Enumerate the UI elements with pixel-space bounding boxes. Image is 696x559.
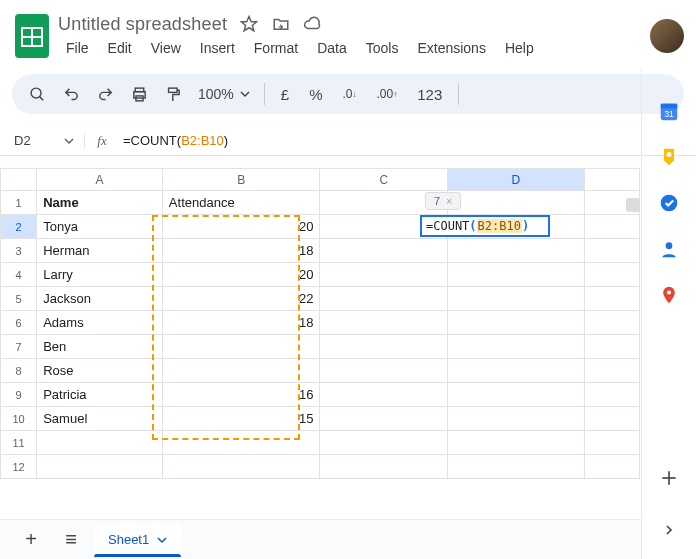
contacts-icon[interactable] — [658, 238, 680, 260]
cell[interactable]: Rose — [37, 359, 163, 383]
cell[interactable] — [584, 359, 639, 383]
formula-result-hint[interactable]: 7 × — [425, 192, 461, 210]
row-header[interactable]: 3 — [1, 239, 37, 263]
cell[interactable]: Jackson — [37, 287, 163, 311]
col-header-D[interactable]: D — [448, 169, 584, 191]
cell[interactable]: Adams — [37, 311, 163, 335]
menu-extensions[interactable]: Extensions — [409, 37, 493, 59]
zoom-select[interactable]: 100% — [192, 86, 256, 102]
col-header-E[interactable] — [584, 169, 639, 191]
sheets-logo[interactable] — [12, 16, 52, 56]
cell[interactable]: Name — [37, 191, 163, 215]
formula-input[interactable]: =COUNT(B2:B10) — [119, 133, 696, 148]
cell[interactable] — [320, 335, 448, 359]
cell[interactable] — [584, 455, 639, 479]
cell[interactable]: Tonya — [37, 215, 163, 239]
cell[interactable]: 15 — [162, 407, 320, 431]
cell[interactable] — [320, 359, 448, 383]
cell[interactable] — [320, 287, 448, 311]
cell[interactable] — [448, 455, 584, 479]
cell[interactable]: Herman — [37, 239, 163, 263]
maps-icon[interactable] — [658, 284, 680, 306]
row-header[interactable]: 9 — [1, 383, 37, 407]
cell[interactable]: 16 — [162, 383, 320, 407]
menu-help[interactable]: Help — [497, 37, 542, 59]
name-box[interactable]: D2 — [0, 133, 85, 148]
cell[interactable]: Patricia — [37, 383, 163, 407]
cell[interactable] — [320, 263, 448, 287]
move-folder-icon[interactable] — [271, 14, 291, 34]
cell[interactable]: Samuel — [37, 407, 163, 431]
cell[interactable] — [584, 431, 639, 455]
decrease-decimal-button[interactable]: .0↓ — [335, 80, 365, 108]
cell[interactable] — [584, 215, 639, 239]
row-header[interactable]: 12 — [1, 455, 37, 479]
star-icon[interactable] — [239, 14, 259, 34]
cell[interactable] — [162, 455, 320, 479]
redo-icon[interactable] — [90, 80, 120, 108]
cell[interactable] — [320, 407, 448, 431]
hint-close-icon[interactable]: × — [446, 196, 452, 207]
search-menu-icon[interactable] — [22, 80, 52, 108]
select-all-corner[interactable] — [1, 169, 37, 191]
cloud-status-icon[interactable] — [303, 14, 323, 34]
collapse-panel-icon[interactable] — [658, 519, 680, 541]
menu-insert[interactable]: Insert — [192, 37, 243, 59]
cell[interactable] — [320, 383, 448, 407]
row-header[interactable]: 2 — [1, 215, 37, 239]
cell[interactable] — [448, 287, 584, 311]
col-header-C[interactable]: C — [320, 169, 448, 191]
all-sheets-button[interactable]: ≡ — [54, 525, 88, 555]
cell[interactable]: Attendance — [162, 191, 320, 215]
cell[interactable]: 18 — [162, 239, 320, 263]
menu-edit[interactable]: Edit — [100, 37, 140, 59]
add-sheet-button[interactable]: + — [14, 525, 48, 555]
row-header[interactable]: 5 — [1, 287, 37, 311]
percent-format-button[interactable]: % — [301, 80, 330, 108]
col-header-A[interactable]: A — [37, 169, 163, 191]
print-icon[interactable] — [124, 80, 154, 108]
active-cell-editor[interactable]: =COUNT(B2:B10) — [420, 215, 550, 237]
cell[interactable] — [448, 383, 584, 407]
menu-view[interactable]: View — [143, 37, 189, 59]
cell[interactable] — [448, 335, 584, 359]
cell[interactable] — [584, 407, 639, 431]
row-header[interactable]: 8 — [1, 359, 37, 383]
cell[interactable] — [584, 311, 639, 335]
cell[interactable] — [37, 431, 163, 455]
cell[interactable] — [448, 191, 584, 215]
cell[interactable]: 22 — [162, 287, 320, 311]
menu-tools[interactable]: Tools — [358, 37, 407, 59]
cell[interactable] — [584, 239, 639, 263]
cell[interactable] — [162, 431, 320, 455]
cell[interactable] — [320, 239, 448, 263]
row-header[interactable]: 11 — [1, 431, 37, 455]
cell[interactable] — [584, 287, 639, 311]
row-header[interactable]: 4 — [1, 263, 37, 287]
paint-format-icon[interactable] — [158, 80, 188, 108]
tasks-icon[interactable] — [658, 192, 680, 214]
number-format-button[interactable]: 123 — [409, 80, 450, 108]
cell[interactable] — [584, 383, 639, 407]
row-header[interactable]: 1 — [1, 191, 37, 215]
cell[interactable] — [162, 335, 320, 359]
cell[interactable] — [448, 263, 584, 287]
doc-title[interactable]: Untitled spreadsheet — [58, 14, 227, 35]
cell[interactable]: Larry — [37, 263, 163, 287]
calendar-icon[interactable]: 31 — [658, 100, 680, 122]
cell[interactable] — [162, 359, 320, 383]
cell[interactable] — [584, 335, 639, 359]
menu-file[interactable]: File — [58, 37, 97, 59]
cell[interactable] — [320, 311, 448, 335]
add-on-plus-icon[interactable] — [658, 467, 680, 489]
cell[interactable] — [448, 407, 584, 431]
row-header[interactable]: 7 — [1, 335, 37, 359]
sheet-tab-sheet1[interactable]: Sheet1 — [94, 524, 181, 556]
cell[interactable] — [37, 455, 163, 479]
col-header-B[interactable]: B — [162, 169, 320, 191]
currency-format-button[interactable]: £ — [273, 80, 297, 108]
menu-format[interactable]: Format — [246, 37, 306, 59]
keep-icon[interactable] — [658, 146, 680, 168]
account-avatar[interactable] — [650, 19, 684, 53]
undo-icon[interactable] — [56, 80, 86, 108]
